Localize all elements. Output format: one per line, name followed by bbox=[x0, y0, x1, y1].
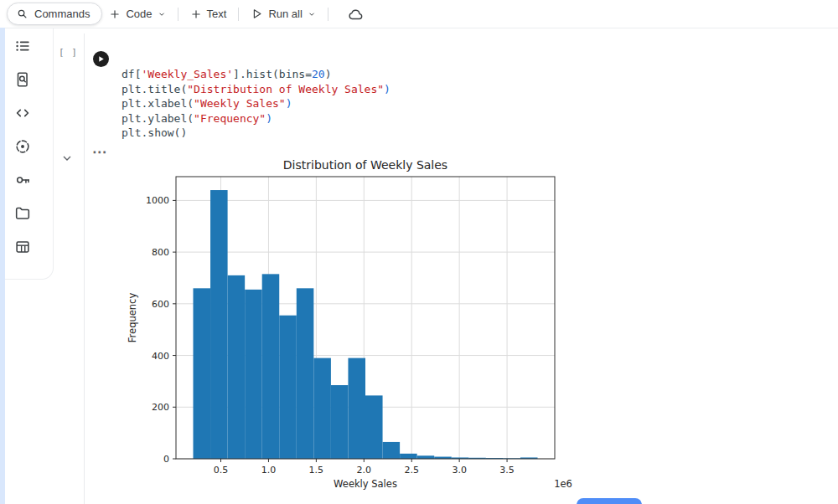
toolbar-divider bbox=[328, 8, 328, 21]
svg-text:Distribution of Weekly Sales: Distribution of Weekly Sales bbox=[283, 158, 447, 172]
svg-text:800: 800 bbox=[152, 247, 169, 258]
svg-text:1.0: 1.0 bbox=[261, 465, 277, 476]
svg-text:400: 400 bbox=[152, 351, 169, 362]
cell-output: 0.51.01.52.02.53.03.502004006008001000Di… bbox=[124, 157, 577, 501]
svg-text:Frequency: Frequency bbox=[127, 293, 138, 343]
svg-text:3.0: 3.0 bbox=[452, 465, 467, 476]
run-play-icon bbox=[251, 8, 263, 20]
plus-icon bbox=[190, 8, 202, 20]
add-code-label: Code bbox=[126, 8, 152, 20]
caret-down-icon bbox=[308, 10, 316, 18]
files-folder-icon bbox=[13, 204, 32, 226]
svg-text:1e6: 1e6 bbox=[554, 478, 572, 490]
sidebar-item-find[interactable] bbox=[13, 71, 33, 91]
plus-icon bbox=[109, 8, 121, 20]
code-editor[interactable]: df['Weekly_Sales'].hist(bins=20)plt.titl… bbox=[122, 67, 391, 141]
svg-text:2.0: 2.0 bbox=[357, 465, 372, 476]
bottom-pill[interactable] bbox=[577, 498, 642, 504]
search-icon bbox=[16, 8, 28, 20]
data-table-icon bbox=[13, 238, 32, 260]
secrets-key-icon bbox=[13, 171, 32, 193]
sidebar-item-data-table[interactable] bbox=[13, 239, 33, 259]
commands-label: Commands bbox=[34, 8, 90, 20]
svg-text:1000: 1000 bbox=[146, 195, 169, 206]
output-chart-svg: 0.51.01.52.02.53.03.502004006008001000Di… bbox=[124, 157, 577, 501]
sidebar-item-code-snippets[interactable] bbox=[13, 105, 33, 125]
run-all-button[interactable]: Run all bbox=[244, 3, 322, 26]
play-icon bbox=[96, 52, 106, 67]
sidebar-item-table-of-contents[interactable] bbox=[13, 38, 33, 58]
output-more-button[interactable]: ⋯ bbox=[92, 145, 107, 159]
svg-text:0: 0 bbox=[163, 454, 169, 465]
svg-text:1.5: 1.5 bbox=[309, 465, 324, 476]
toolbar-divider bbox=[178, 8, 178, 21]
toolbar: Commands Code Text Run all bbox=[0, 0, 838, 28]
collapse-output-button[interactable] bbox=[60, 152, 74, 168]
colab-window: Commands Code Text Run all bbox=[0, 0, 838, 504]
add-text-button[interactable]: Text bbox=[184, 3, 234, 26]
cell-execution-count: [ ] bbox=[59, 47, 78, 58]
add-text-label: Text bbox=[207, 8, 227, 20]
commands-button[interactable]: Commands bbox=[7, 3, 102, 25]
cloud-button[interactable] bbox=[347, 6, 364, 23]
sidebar-rail bbox=[0, 28, 54, 280]
svg-text:0.5: 0.5 bbox=[214, 465, 229, 476]
svg-text:Weekly Sales: Weekly Sales bbox=[334, 478, 397, 490]
sidebar-item-secrets[interactable] bbox=[13, 172, 33, 192]
circle-dot-icon bbox=[13, 137, 32, 159]
svg-text:600: 600 bbox=[152, 299, 169, 310]
run-all-label: Run all bbox=[268, 8, 302, 20]
svg-text:200: 200 bbox=[152, 402, 169, 413]
left-edge-highlight bbox=[0, 28, 5, 504]
find-in-document-icon bbox=[13, 70, 32, 92]
svg-text:2.5: 2.5 bbox=[404, 465, 419, 476]
sidebar-item-scan[interactable] bbox=[13, 138, 33, 158]
content-divider bbox=[84, 33, 85, 504]
caret-down-icon bbox=[158, 10, 166, 18]
toolbar-divider bbox=[238, 8, 239, 21]
sidebar-item-files[interactable] bbox=[13, 205, 33, 225]
add-code-button[interactable]: Code bbox=[102, 3, 172, 26]
run-cell-button[interactable] bbox=[93, 51, 109, 67]
code-snippets-icon bbox=[13, 104, 32, 126]
cloud-icon bbox=[347, 6, 364, 23]
table-of-contents-icon bbox=[13, 37, 32, 59]
svg-text:3.5: 3.5 bbox=[499, 465, 515, 476]
